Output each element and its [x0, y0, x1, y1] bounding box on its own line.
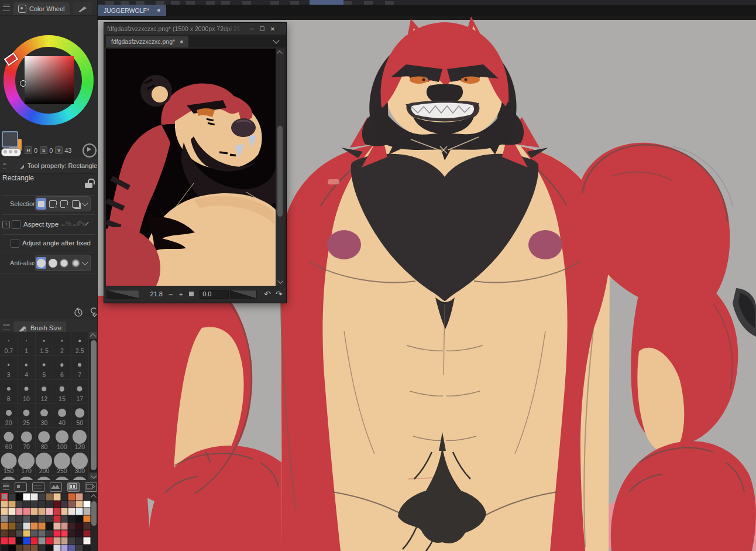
brush-size-cell[interactable]: 40 [53, 404, 71, 428]
tab-list-chevron-icon[interactable] [273, 37, 279, 43]
color-swatch[interactable] [46, 545, 53, 551]
window-document-tab[interactable]: fdfgdasfzvzzxczxc.png* [106, 36, 188, 47]
color-swatch[interactable] [1, 522, 8, 530]
fit-button[interactable] [189, 292, 194, 296]
color-swatch[interactable] [16, 515, 23, 523]
brush-size-cell[interactable]: 60 [0, 428, 18, 452]
scrollbar-thumb[interactable] [91, 501, 97, 526]
transparent-color-chip[interactable] [1, 148, 21, 156]
swatch-scrollbar[interactable] [91, 493, 97, 551]
color-swatch[interactable] [38, 537, 46, 545]
color-swatch[interactable] [61, 501, 68, 508]
brush-size-cell[interactable]: 70 [18, 428, 35, 452]
color-swatch[interactable] [8, 501, 16, 508]
color-swatch[interactable] [16, 530, 23, 538]
brush-size-cell[interactable]: 8 [0, 380, 18, 404]
color-swatch[interactable] [68, 501, 75, 508]
mountains-icon[interactable] [50, 482, 62, 492]
color-swatch[interactable] [83, 493, 91, 501]
color-swatch[interactable] [8, 545, 16, 551]
aspect-type-checkbox[interactable] [12, 220, 20, 229]
color-swatch[interactable] [53, 537, 61, 545]
panel-menu-icon[interactable] [3, 5, 10, 11]
brush-size-cell[interactable]: 1 [18, 332, 35, 356]
color-swatch[interactable] [23, 515, 30, 523]
color-swatch[interactable] [30, 508, 38, 515]
color-swatch[interactable] [46, 515, 53, 523]
color-swatch[interactable] [61, 537, 68, 545]
color-swatch[interactable] [53, 508, 61, 515]
brush-size-cell[interactable]: 3 [0, 356, 18, 380]
zoom-in-button[interactable]: + [179, 290, 184, 298]
rotate-left-icon[interactable]: ↶ [264, 290, 271, 298]
aa-none-button[interactable] [36, 257, 46, 269]
color-swatch[interactable] [1, 545, 8, 551]
brush-size-cell[interactable]: 20 [0, 404, 18, 428]
brush-size-cell[interactable]: 150 [0, 452, 18, 476]
brush-size-cell[interactable]: 7 [71, 356, 89, 380]
brush-size-cell[interactable] [71, 476, 89, 480]
rotation-slider[interactable] [230, 290, 257, 299]
adjust-angle-checkbox[interactable] [11, 239, 19, 248]
color-swatch[interactable] [30, 493, 38, 501]
wrench-icon[interactable] [88, 307, 97, 317]
main-color-chip[interactable] [2, 131, 18, 148]
minimize-button[interactable]: ─ [246, 26, 257, 32]
color-swatch[interactable] [38, 508, 46, 515]
selection-add-button[interactable]: + [47, 198, 57, 210]
brush-size-cell[interactable]: 50 [71, 404, 89, 428]
rotate-right-icon[interactable]: ↷ [276, 290, 283, 298]
color-swatch[interactable] [16, 522, 23, 530]
color-swatch[interactable] [38, 522, 46, 530]
antialias-chevron-icon[interactable] [82, 259, 88, 265]
color-swatch[interactable] [46, 537, 53, 545]
color-swatch[interactable] [23, 508, 30, 515]
brush-size-cell[interactable]: 200 [36, 452, 53, 476]
color-set-icon[interactable] [15, 482, 27, 492]
color-swatch[interactable] [53, 545, 61, 551]
aspect-percent-icon[interactable]: ⤾% [61, 221, 71, 228]
color-swatch[interactable] [30, 522, 38, 530]
brush-size-cell[interactable]: 12 [36, 380, 53, 404]
brush-size-cell[interactable]: 30 [36, 404, 53, 428]
color-swatch[interactable] [46, 508, 53, 515]
selection-new-button[interactable] [36, 198, 46, 210]
color-swatch[interactable] [8, 493, 16, 501]
color-swatch[interactable] [38, 530, 46, 538]
brush-size-cell[interactable]: 17 [71, 380, 89, 404]
brush-size-cell[interactable]: 15 [53, 380, 71, 404]
color-history-button[interactable] [83, 143, 97, 158]
color-swatch[interactable] [16, 493, 23, 501]
color-swatch[interactable] [53, 501, 61, 508]
color-swatch[interactable] [30, 537, 38, 545]
color-swatch[interactable] [8, 515, 16, 523]
close-button[interactable]: ✕ [267, 26, 278, 32]
color-swatch[interactable] [75, 545, 83, 551]
brush-size-cell[interactable] [18, 476, 35, 480]
color-swatch[interactable] [83, 545, 91, 551]
color-swatch[interactable] [23, 501, 30, 508]
material-box-icon[interactable] [85, 482, 97, 492]
color-swatch[interactable] [46, 493, 53, 501]
color-swatch[interactable] [68, 530, 75, 538]
color-swatch[interactable] [1, 508, 8, 515]
color-swatch[interactable] [83, 522, 91, 530]
panel-menu-icon[interactable] [3, 163, 6, 169]
window-titlebar[interactable]: fdfgdasfzvzzxczxc.png* (1500 x 2000px 72… [104, 23, 286, 35]
panel-menu-icon[interactable] [3, 484, 9, 490]
color-swatch[interactable] [53, 493, 61, 501]
color-swatch[interactable] [68, 493, 75, 501]
brush-size-cell[interactable]: 6 [53, 356, 71, 380]
aspect-expand-button[interactable]: + [2, 221, 10, 228]
tab-color-slider[interactable] [73, 2, 92, 15]
brush-size-cell[interactable]: 2.5 [71, 332, 89, 356]
color-swatch[interactable] [75, 515, 83, 523]
color-swatch[interactable] [1, 501, 8, 508]
color-swatch[interactable] [1, 537, 8, 545]
color-swatch[interactable] [46, 501, 53, 508]
color-swatch[interactable] [83, 501, 91, 508]
color-swatch[interactable] [75, 522, 83, 530]
brush-size-cell[interactable]: 170 [18, 452, 35, 476]
color-swatch[interactable] [75, 501, 83, 508]
color-swatch[interactable] [16, 508, 23, 515]
